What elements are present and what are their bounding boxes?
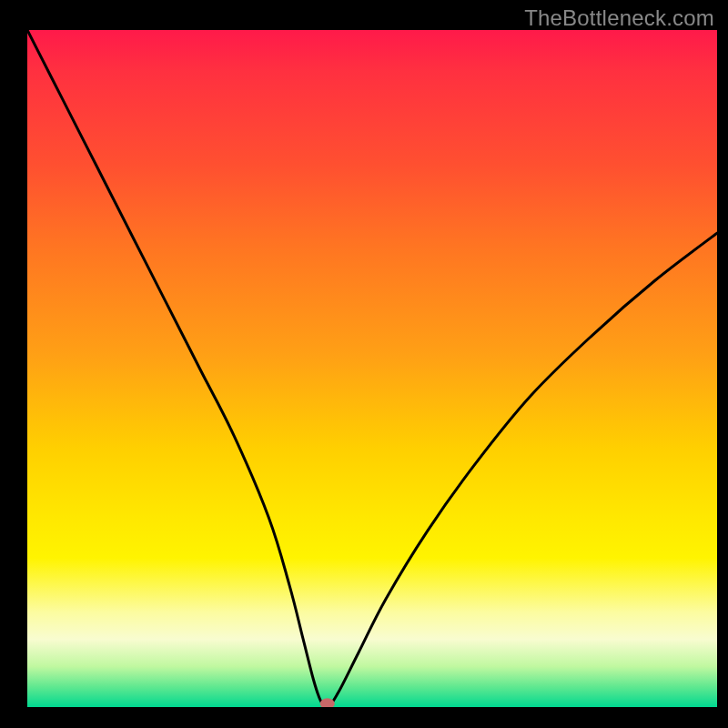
- watermark-text: TheBottleneck.com: [524, 5, 714, 31]
- bottleneck-curve: [27, 30, 717, 707]
- minimum-marker: [320, 698, 335, 707]
- plot-area: [27, 30, 717, 707]
- chart-container: TheBottleneck.com: [0, 0, 728, 728]
- chart-svg: [27, 30, 717, 707]
